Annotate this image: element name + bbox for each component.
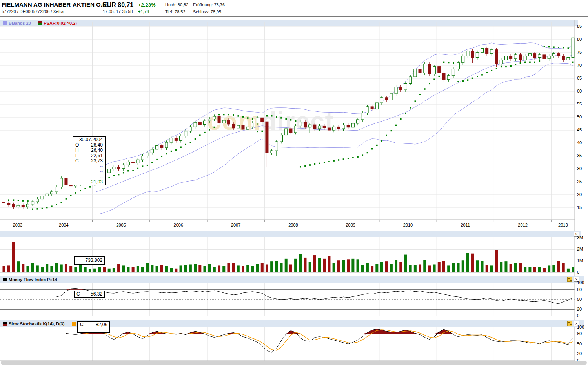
- psar-dot: [419, 94, 421, 95]
- psar-dot: [108, 177, 110, 178]
- psar-dot: [276, 116, 277, 118]
- psar-dot: [510, 65, 512, 67]
- price-axis-label: 25: [577, 179, 582, 184]
- year-axis-label: 2011: [457, 223, 474, 227]
- psar-dot: [252, 118, 253, 120]
- volume-tooltip: 733.802: [74, 256, 105, 265]
- price-axis-label: 40: [577, 140, 582, 145]
- price-axis-label: 55: [577, 102, 582, 106]
- psar-dot: [204, 132, 206, 133]
- mfi-axis-label: 20: [577, 307, 582, 311]
- tooltip-low-value: 22,61: [91, 153, 103, 159]
- stoch-axis-label: 50: [577, 341, 582, 346]
- mfi-axis-label: 50: [577, 297, 582, 301]
- psar-dot: [42, 208, 43, 209]
- psar-dot: [477, 76, 478, 77]
- price-axis-label: 15: [577, 205, 582, 210]
- psar-dot: [190, 142, 191, 143]
- mfi-tooltip-value: 56,32: [91, 291, 102, 297]
- mfi-tooltip-label: C: [76, 291, 80, 297]
- mfi-axis-label: 80: [577, 287, 582, 292]
- psar-dot: [357, 156, 359, 158]
- psar-dot: [214, 127, 215, 128]
- mfi-settings-icon[interactable]: [567, 277, 572, 282]
- psar-dot: [410, 107, 411, 109]
- gd-marker-icon: [72, 322, 76, 326]
- mfi-axis-label: 100: [577, 280, 584, 285]
- psar-dot: [70, 195, 72, 196]
- price-axis-label: 75: [577, 50, 582, 54]
- mfi-panel-header: Money Flow Index P=14: [0, 276, 584, 283]
- psar-dot: [386, 135, 387, 136]
- volume-axis-label: 2M: [577, 247, 583, 251]
- psar-dot: [529, 62, 531, 63]
- year-axis-label: 2010: [399, 223, 417, 227]
- psar-dot: [505, 66, 507, 68]
- psar-dot: [429, 83, 430, 84]
- psar-dot: [66, 198, 67, 200]
- psar-dot: [563, 47, 564, 49]
- year-axis-label: 2009: [342, 223, 359, 227]
- psar-dot: [314, 163, 316, 165]
- psar-dot: [27, 200, 29, 202]
- mfi-tooltip-row: C56,32: [75, 291, 104, 297]
- psar-dot: [324, 162, 325, 163]
- psar-dot: [438, 76, 440, 77]
- psar-dot: [391, 130, 392, 132]
- mfi-marker-icon: [3, 278, 7, 281]
- price-axis-label: 20: [577, 192, 582, 197]
- psar-dot: [486, 72, 488, 73]
- psar-dot: [319, 163, 320, 164]
- psar-dot: [261, 131, 263, 132]
- stoch-marker-icon: [3, 322, 7, 326]
- year-axis-label: 2007: [227, 223, 244, 227]
- psar-dot: [242, 116, 244, 118]
- year-axis-label: 2005: [113, 223, 130, 227]
- psar-dot: [405, 113, 406, 114]
- psar-dot: [338, 159, 340, 161]
- psar-dot: [462, 80, 464, 82]
- psar-dot: [142, 165, 144, 167]
- psar-dot: [127, 170, 129, 172]
- tooltip-low: L22,61: [73, 153, 105, 159]
- price-axis-label: 50: [577, 114, 582, 119]
- stoch-axis-label: 100: [577, 325, 584, 329]
- mfi-axis-label: 0: [577, 313, 579, 318]
- psar-dot: [328, 161, 330, 162]
- volume-axis-label: 0: [577, 270, 579, 274]
- stoch-tooltip: C82,06 --: [77, 321, 110, 333]
- tooltip-bband-dash: --: [73, 169, 105, 174]
- tooltip-close: C23,73: [73, 158, 105, 164]
- psar-dot: [491, 70, 493, 71]
- stoch-tooltip-gd-dash: --: [78, 328, 109, 333]
- psar-dot: [424, 88, 426, 90]
- psar-dot: [539, 60, 540, 62]
- psar-dot: [472, 78, 473, 79]
- psar-dot: [56, 204, 57, 205]
- stoch-settings-icon[interactable]: [567, 321, 572, 326]
- psar-dot: [238, 115, 239, 117]
- tooltip-low-label: L: [75, 153, 78, 159]
- volume-axis-label: 1M: [577, 258, 583, 263]
- tooltip-bband-dash: --: [73, 174, 105, 180]
- psar-dot: [46, 207, 48, 209]
- psar-dot: [180, 146, 182, 148]
- psar-dot: [247, 117, 249, 119]
- psar-dot: [496, 68, 497, 69]
- mfi-tooltip: C56,32: [74, 291, 105, 298]
- psar-dot: [515, 64, 517, 65]
- psar-dot: [175, 149, 177, 151]
- psar-dot: [266, 115, 268, 117]
- year-axis-label: 2006: [170, 223, 187, 227]
- psar-dot: [362, 154, 363, 156]
- psar-dot: [32, 209, 33, 210]
- psar-dot: [548, 46, 550, 48]
- tooltip-close-label: C: [75, 158, 79, 164]
- psar-dot: [501, 66, 502, 68]
- psar-dot: [520, 62, 521, 64]
- psar-dot: [381, 140, 382, 142]
- psar-dot: [568, 47, 569, 49]
- horizontal-scrollbar[interactable]: [1, 361, 587, 365]
- psar-dot: [22, 200, 24, 202]
- psar-dot: [18, 200, 19, 201]
